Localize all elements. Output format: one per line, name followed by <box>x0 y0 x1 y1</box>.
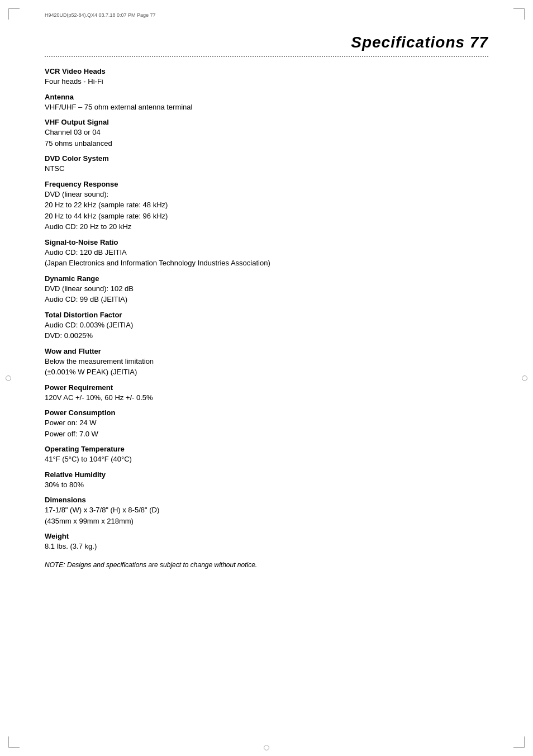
spec-value-vcr-video-heads: Four heads - Hi-Fi <box>45 76 488 87</box>
spec-label-frequency-response: Frequency Response <box>45 180 488 188</box>
note-text: NOTE: Designs and specifications are sub… <box>45 561 488 569</box>
spec-value-operating-temperature: 41°F (5°C) to 104°F (40°C) <box>45 454 488 465</box>
spec-section-vhf-output-signal: VHF Output SignalChannel 03 or 0475 ohms… <box>45 118 488 149</box>
page-header: Specifications 77 <box>45 22 488 51</box>
spec-section-signal-to-noise-ratio: Signal-to-Noise RatioAudio CD: 120 dB JE… <box>45 238 488 269</box>
page-container: H9420UD(p52-84).QX4 03.7.18 0:07 PM Page… <box>0 0 533 756</box>
spec-value-total-distortion-factor: Audio CD: 0.003% (JEITIA)DVD: 0.0025% <box>45 320 488 341</box>
spec-value-relative-humidity: 30% to 80% <box>45 479 488 491</box>
spec-section-relative-humidity: Relative Humidity30% to 80% <box>45 470 488 491</box>
spec-label-dvd-color-system: DVD Color System <box>45 154 488 163</box>
spec-value-vhf-output-signal: Channel 03 or 0475 ohms unbalanced <box>45 127 488 149</box>
file-info: H9420UD(p52-84).QX4 03.7.18 0:07 PM Page… <box>45 12 156 18</box>
spec-value-dynamic-range: DVD (linear sound): 102 dBAudio CD: 99 d… <box>45 283 488 305</box>
dotted-separator <box>45 56 488 57</box>
reg-mark-bottom <box>264 745 269 750</box>
spec-label-signal-to-noise-ratio: Signal-to-Noise Ratio <box>45 238 488 246</box>
spec-label-relative-humidity: Relative Humidity <box>45 470 488 479</box>
spec-value-dimensions: 17-1/8" (W) x 3-7/8" (H) x 8-5/8" (D)(43… <box>45 505 488 526</box>
page-number: 77 <box>470 34 488 51</box>
spec-value-weight: 8.1 lbs. (3.7 kg.) <box>45 541 488 552</box>
spec-label-wow-and-flutter: Wow and Flutter <box>45 347 488 355</box>
page-title: Specifications 77 <box>351 34 488 51</box>
spec-label-vhf-output-signal: VHF Output Signal <box>45 118 488 126</box>
spec-section-antenna: AntennaVHF/UHF – 75 ohm external antenna… <box>45 93 488 113</box>
spec-section-total-distortion-factor: Total Distortion FactorAudio CD: 0.003% … <box>45 311 488 341</box>
spec-section-dynamic-range: Dynamic RangeDVD (linear sound): 102 dBA… <box>45 274 488 305</box>
spec-value-frequency-response: DVD (linear sound):20 Hz to 22 kHz (samp… <box>45 189 488 232</box>
spec-label-antenna: Antenna <box>45 93 488 101</box>
spec-value-antenna: VHF/UHF – 75 ohm external antenna termin… <box>45 102 488 113</box>
corner-mark-tl <box>8 8 20 20</box>
spec-section-frequency-response: Frequency ResponseDVD (linear sound):20 … <box>45 180 488 232</box>
spec-section-power-consumption: Power ConsumptionPower on: 24 WPower off… <box>45 408 488 439</box>
page-title-text: Specifications <box>351 34 465 51</box>
spec-section-dvd-color-system: DVD Color SystemNTSC <box>45 154 488 174</box>
spec-section-operating-temperature: Operating Temperature41°F (5°C) to 104°F… <box>45 445 488 465</box>
corner-mark-bl <box>8 736 20 748</box>
reg-mark-left <box>6 375 11 381</box>
spec-section-weight: Weight8.1 lbs. (3.7 kg.) <box>45 532 488 552</box>
spec-label-weight: Weight <box>45 532 488 540</box>
spec-label-dimensions: Dimensions <box>45 496 488 504</box>
spec-label-total-distortion-factor: Total Distortion Factor <box>45 311 488 319</box>
corner-mark-tr <box>513 8 525 20</box>
spec-section-vcr-video-heads: VCR Video HeadsFour heads - Hi-Fi <box>45 67 488 87</box>
corner-mark-br <box>513 736 525 748</box>
spec-section-power-requirement: Power Requirement120V AC +/- 10%, 60 Hz … <box>45 383 488 403</box>
spec-value-power-requirement: 120V AC +/- 10%, 60 Hz +/- 0.5% <box>45 392 488 403</box>
spec-value-dvd-color-system: NTSC <box>45 163 488 174</box>
spec-label-vcr-video-heads: VCR Video Heads <box>45 67 488 75</box>
specs-container: VCR Video HeadsFour heads - Hi-FiAntenna… <box>45 67 488 552</box>
spec-label-dynamic-range: Dynamic Range <box>45 274 488 283</box>
spec-value-power-consumption: Power on: 24 WPower off: 7.0 W <box>45 417 488 439</box>
spec-label-power-consumption: Power Consumption <box>45 408 488 417</box>
spec-section-wow-and-flutter: Wow and FlutterBelow the measurement lim… <box>45 347 488 378</box>
spec-label-power-requirement: Power Requirement <box>45 383 488 392</box>
spec-value-wow-and-flutter: Below the measurement limitation(±0.001%… <box>45 356 488 378</box>
spec-section-dimensions: Dimensions17-1/8" (W) x 3-7/8" (H) x 8-5… <box>45 496 488 526</box>
reg-mark-right <box>522 375 527 381</box>
spec-value-signal-to-noise-ratio: Audio CD: 120 dB JEITIA(Japan Electronic… <box>45 247 488 269</box>
spec-label-operating-temperature: Operating Temperature <box>45 445 488 453</box>
